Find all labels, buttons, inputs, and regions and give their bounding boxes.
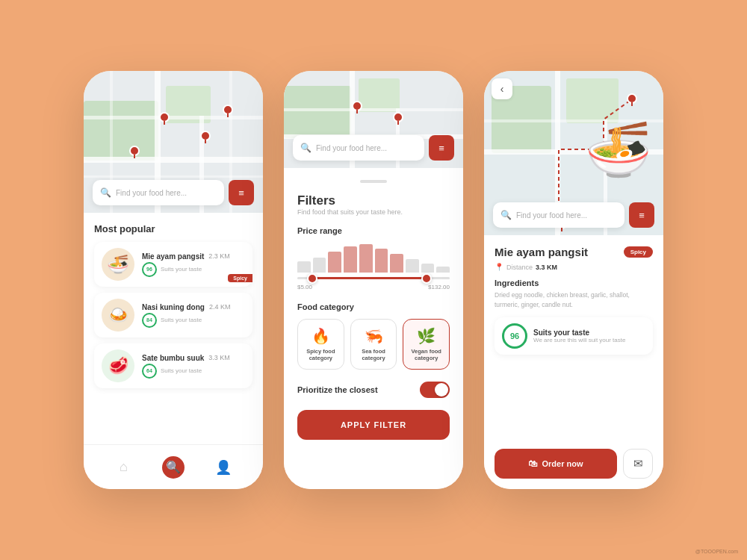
search-icon-3: 🔍: [500, 210, 512, 220]
seafood-icon: 🦐: [365, 327, 383, 345]
category-seafood[interactable]: 🦐 Sea food category: [350, 319, 397, 370]
price-bar-4: [344, 246, 357, 273]
food-item-2[interactable]: 🍛 Nasi kuning dong 2.4 KM 84 Suits your …: [94, 293, 252, 337]
price-bar-2: [313, 258, 326, 273]
spicy-label: Spicy food category: [303, 348, 339, 361]
filter-button-2[interactable]: ≡: [429, 135, 454, 161]
svg-rect-0: [84, 101, 158, 161]
food-list: 🍜 Mie ayam pangsit 2.3 KM 96 Suits your …: [94, 242, 252, 388]
food-taste-1: Suits your taste: [161, 266, 202, 273]
taste-info: Suits your taste We are sure this will s…: [533, 329, 645, 343]
order-button-label: Order now: [542, 459, 583, 468]
category-spicy[interactable]: 🔥 Spicy food category: [297, 319, 344, 370]
map-pin-f1: [351, 101, 363, 116]
phones-container: 🔍 Find your food here... ≡ Most popular …: [69, 41, 678, 519]
price-bar-7: [390, 254, 403, 273]
rating-badge-2: 84: [142, 313, 157, 328]
order-now-button[interactable]: 🛍 Order now: [495, 449, 617, 479]
apply-filter-button[interactable]: APPLY FILTER: [297, 410, 450, 440]
svg-rect-9: [284, 86, 351, 138]
phone-1: 🔍 Find your food here... ≡ Most popular …: [84, 71, 263, 489]
food-thumb-3: 🥩: [102, 349, 134, 382]
rating-badge-3: 64: [142, 364, 157, 379]
detail-spicy-badge: Spicy: [624, 246, 653, 258]
spicy-icon: 🔥: [311, 327, 330, 345]
message-button[interactable]: ✉: [623, 449, 653, 479]
prioritize-toggle[interactable]: [420, 382, 450, 398]
nav-profile-button[interactable]: 👤: [212, 456, 235, 479]
search-bar-1: 🔍 Find your food here... ≡: [93, 180, 254, 205]
svg-rect-8: [84, 175, 263, 178]
nav-search-button[interactable]: 🔍: [162, 456, 185, 479]
price-bar-6: [375, 249, 388, 273]
search-placeholder-2: Find your food here...: [316, 144, 387, 152]
back-button[interactable]: ‹: [492, 78, 512, 99]
food-taste-3: Suits your taste: [161, 367, 202, 374]
ingredients-text: Dried egg noodle, chicken breast, garlic…: [495, 290, 653, 310]
phone-1-content: Most popular 🍜 Mie ayam pangsit 2.3 KM 9…: [84, 213, 263, 444]
phone-2: 🔍 Find your food here... ≡ Filters Find …: [284, 71, 463, 489]
search-input-wrap-3[interactable]: 🔍 Find your food here...: [493, 202, 624, 228]
detail-food-name-row: Mie ayam pangsit Spicy: [495, 246, 653, 258]
toggle-thumb: [435, 383, 448, 396]
taste-card: 96 Suits your taste We are sure this wil…: [495, 317, 653, 355]
food-taste-2: Suits your taste: [161, 317, 202, 323]
spicy-badge-1: Spicy: [228, 274, 252, 282]
filter-button-1[interactable]: ≡: [229, 180, 254, 205]
watermark: @TOOOPEN.com: [695, 549, 738, 554]
map-pin-2: [199, 131, 211, 146]
detail-distance-value: 3.3 KM: [536, 264, 557, 271]
search-placeholder-1: Find your food here...: [116, 189, 187, 197]
price-range-label: Price range: [297, 226, 450, 235]
map-pin-1: [158, 112, 170, 127]
filter-button-3[interactable]: ≡: [629, 202, 654, 228]
food-distance-2: 2.4 KM: [209, 303, 231, 311]
taste-title: Suits your taste: [533, 329, 645, 337]
search-input-wrap-2[interactable]: 🔍 Find your food here...: [293, 135, 424, 161]
filter-icon-2: ≡: [438, 143, 444, 154]
food-name-row-1: Mie ayam pangsit 2.3 KM: [142, 252, 245, 261]
detail-distance-row: 📍 Distance 3.3 KM: [495, 263, 653, 271]
filter-subtitle: Find food that suits your taste here.: [297, 208, 450, 216]
food-info-2: Nasi kuning dong 2.4 KM 84 Suits your ta…: [142, 303, 245, 328]
food-categories: 🔥 Spicy food category 🦐 Sea food categor…: [297, 319, 450, 370]
food-thumb-2: 🍛: [102, 299, 134, 332]
food-name-row-3: Sate bumbu suuk 3.3 KM: [142, 354, 245, 362]
map-pin-f2: [392, 112, 404, 127]
filter-icon-1: ≡: [238, 187, 244, 199]
price-slider-track[interactable]: [297, 277, 450, 279]
food-rating-row-2: 84 Suits your taste: [142, 313, 245, 328]
ingredients-title: Ingredients: [495, 279, 653, 287]
price-bar-10: [436, 267, 450, 273]
food-info-1: Mie ayam pangsit 2.3 KM 96 Suits your ta…: [142, 252, 245, 277]
price-bar-1: [297, 261, 311, 273]
price-labels: $5.00 $132.00: [297, 284, 450, 290]
price-bar-3: [328, 252, 341, 273]
price-range-area: Price range: [297, 226, 450, 290]
priority-row: Prioritize the closest: [297, 382, 450, 398]
food-category-section: Food category 🔥 Spicy food category 🦐 Se…: [297, 302, 450, 370]
category-vegan[interactable]: 🌿 Vegan food category: [403, 319, 450, 370]
filter-sheet: Filters Find food that suits your taste …: [284, 168, 463, 489]
map-area-3: 🔍 Find your food here... ≡ ‹ 🍜: [484, 71, 663, 235]
price-slider-min-thumb[interactable]: [307, 273, 317, 284]
map-area-1: 🔍 Find your food here... ≡: [84, 71, 263, 213]
search-bar-3: 🔍 Find your food here... ≡: [493, 202, 654, 228]
nav-home-button[interactable]: ⌂: [112, 456, 134, 479]
detail-bottom: 🛍 Order now ✉: [484, 441, 663, 489]
price-min-label: $5.00: [297, 284, 312, 290]
search-input-wrap-1[interactable]: 🔍 Find your food here...: [93, 180, 224, 205]
price-bar-8: [406, 259, 419, 273]
detail-food-name: Mie ayam pangsit: [495, 246, 588, 258]
back-icon: ‹: [500, 83, 504, 95]
food-item-1[interactable]: 🍜 Mie ayam pangsit 2.3 KM 96 Suits your …: [94, 242, 252, 287]
filter-icon-3: ≡: [639, 210, 645, 221]
map-pin-d2: [626, 93, 638, 108]
food-item-3[interactable]: 🥩 Sate bumbu suuk 3.3 KM 64 Suits your t…: [94, 343, 252, 388]
map-area-2: 🔍 Find your food here... ≡: [284, 71, 463, 168]
taste-rating: 96: [502, 323, 527, 349]
price-slider-max-thumb[interactable]: [421, 273, 432, 284]
seafood-label: Sea food category: [356, 348, 392, 361]
food-category-label: Food category: [297, 302, 450, 311]
price-chart: [297, 243, 450, 273]
